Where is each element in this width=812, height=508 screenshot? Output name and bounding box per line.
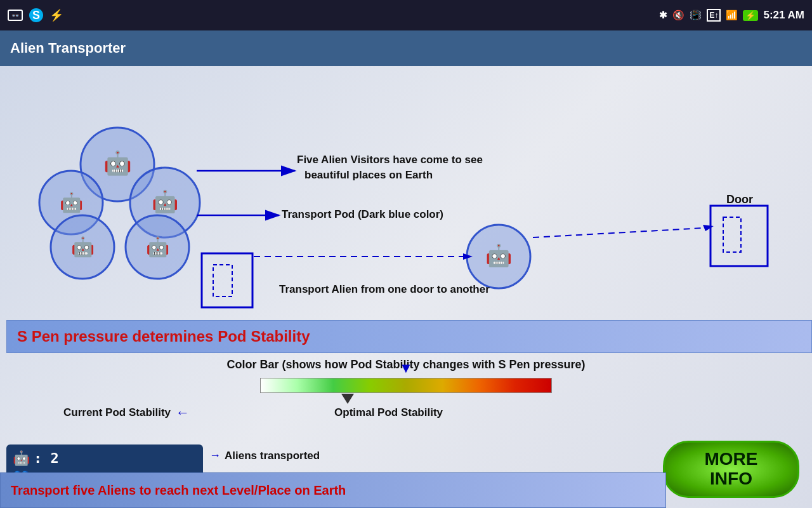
alien-stat-icon: 🤖	[13, 450, 30, 467]
battery-icon: ⚡	[743, 10, 758, 21]
svg-line-18	[533, 228, 704, 237]
app-title: Alien Transporter	[10, 40, 126, 57]
door-label: Door	[726, 193, 753, 206]
mute-icon: 🔇	[672, 10, 684, 21]
svg-point-1	[39, 171, 103, 234]
skype-icon: S	[29, 8, 43, 22]
svg-rect-13	[213, 265, 232, 297]
svg-rect-12	[202, 253, 252, 307]
svg-point-3	[51, 215, 114, 279]
more-info-button[interactable]: MOREINFO	[663, 441, 799, 498]
vibrate-icon: 📳	[690, 10, 702, 21]
status-left-icons: 👓 S ⚡	[8, 8, 63, 22]
svg-rect-21	[723, 217, 741, 252]
transport-text: Transport Alien from one door to another	[279, 283, 490, 296]
svg-point-2	[130, 168, 200, 237]
aliens-label-row: → Aliens transported	[209, 449, 527, 462]
svg-text:🤖: 🤖	[485, 243, 513, 269]
svg-text:🤖: 🤖	[146, 236, 170, 258]
bottom-banner-text: Transport five Aliens to reach next Leve…	[11, 483, 346, 498]
visitors-text-line1: Five Alien Visitors have come to see	[297, 154, 483, 166]
svg-marker-17	[463, 253, 473, 260]
svg-text:🤖: 🤖	[152, 189, 179, 215]
glasses-icon: 👓	[8, 10, 23, 21]
svg-point-14	[467, 225, 530, 288]
visitors-text-line2: beautiful places on Earth	[304, 169, 433, 182]
spen-bar: S Pen pressure determines Pod Stability	[6, 320, 812, 353]
current-stability-label: Current Pod Stability	[63, 406, 171, 419]
color-bar	[260, 378, 552, 393]
svg-marker-19	[703, 225, 714, 231]
status-bar: 👓 S ⚡ ✱ 🔇 📳 E↑ 📶 ⚡ 5:21 AM	[0, 0, 812, 30]
aliens-arrow: →	[209, 449, 221, 462]
svg-rect-20	[710, 206, 768, 266]
aliens-value: : 2	[34, 450, 78, 466]
main-content: 🤖 🤖 🤖 🤖 🤖 🤖	[0, 66, 812, 508]
optimal-stability-label: Optimal Pod Stability	[334, 406, 443, 419]
network-icon: E↑	[707, 9, 721, 22]
title-bar: Alien Transporter	[0, 30, 812, 66]
usb-icon: ⚡	[49, 8, 63, 22]
more-info-label: MOREINFO	[705, 450, 758, 489]
stability-arrow-left: ←	[176, 404, 190, 421]
aliens-stat-row: 🤖 : 2	[13, 450, 197, 467]
colorbar-section: Color Bar (shows how Pod Stability chang…	[0, 358, 812, 421]
status-right-icons: ✱ 🔇 📳 E↑ 📶 ⚡ 5:21 AM	[659, 9, 804, 22]
svg-text:🤖: 🤖	[71, 236, 95, 258]
svg-point-4	[126, 215, 189, 279]
spen-text: S Pen pressure determines Pod Stability	[17, 328, 310, 345]
diagram-svg: 🤖 🤖 🤖 🤖 🤖 🤖	[0, 66, 812, 320]
bottom-banner: Transport five Aliens to reach next Leve…	[0, 472, 666, 508]
time-display: 5:21 AM	[763, 9, 804, 22]
signal-icon: 📶	[726, 10, 738, 21]
stability-row: Current Pod Stability ← Optimal Pod Stab…	[13, 404, 799, 421]
svg-point-0	[81, 128, 154, 201]
svg-text:🤖: 🤖	[103, 149, 132, 177]
aliens-label: Aliens transported	[225, 450, 320, 462]
pod-text: Transport Pod (Dark blue color)	[282, 208, 443, 221]
bluetooth-icon: ✱	[659, 10, 667, 21]
svg-text:🤖: 🤖	[60, 191, 84, 214]
